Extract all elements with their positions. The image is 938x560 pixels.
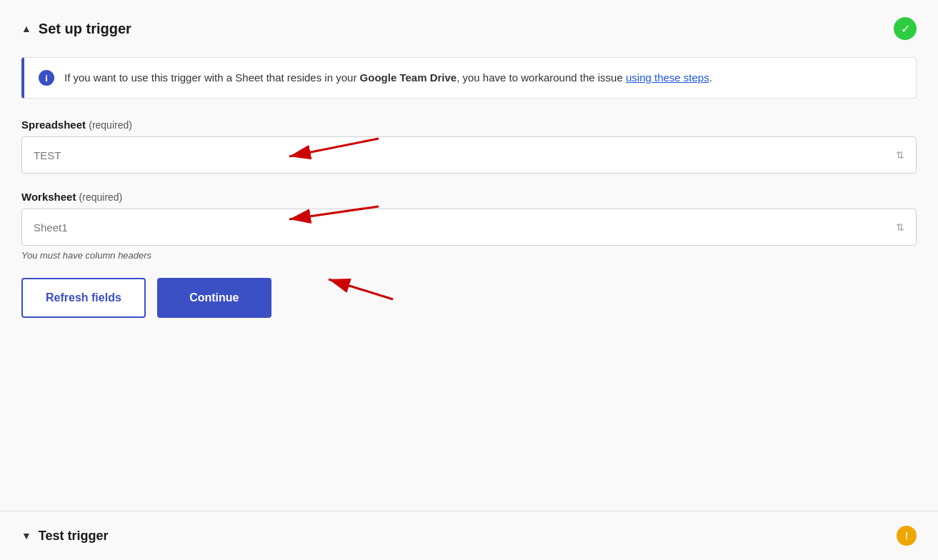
continue-button[interactable]: Continue [157,278,271,318]
worksheet-hint: You must have column headers [21,250,917,261]
test-trigger-title: Test trigger [39,529,109,544]
expand-chevron-icon[interactable]: ▼ [21,530,31,541]
spreadsheet-value: TEST [34,149,61,161]
status-check-icon: ✓ [894,17,917,40]
collapse-chevron-icon[interactable]: ▲ [21,23,31,34]
page-title: Set up trigger [39,21,131,37]
spreadsheet-label: Spreadsheet (required) [21,119,917,131]
worksheet-select[interactable]: Sheet1 ⇅ [21,209,917,246]
spreadsheet-field-group: Spreadsheet (required) TEST ⇅ [21,119,917,174]
worksheet-required-text: (required) [79,191,123,203]
svg-line-5 [329,279,393,299]
set-up-trigger-header: ▲ Set up trigger ✓ [21,17,917,40]
warning-icon: ! [897,526,917,546]
refresh-fields-button[interactable]: Refresh fields [21,278,146,318]
spreadsheet-arrow-icon: ⇅ [896,149,904,161]
worksheet-field-group: Worksheet (required) Sheet1 ⇅ You must h… [21,191,917,261]
spreadsheet-required-text: (required) [89,119,132,131]
info-icon: i [39,70,54,86]
worksheet-label: Worksheet (required) [21,191,917,203]
test-trigger-section: ▼ Test trigger ! [0,511,938,560]
action-buttons: Refresh fields Continue [21,278,917,318]
worksheet-arrow-icon: ⇅ [896,221,904,233]
info-banner-text: If you want to use this trigger with a S… [64,69,712,86]
spreadsheet-select[interactable]: TEST ⇅ [21,136,917,174]
worksheet-value: Sheet1 [34,221,68,234]
info-banner: i If you want to use this trigger with a… [21,57,917,99]
info-banner-link[interactable]: using these steps [626,71,709,84]
